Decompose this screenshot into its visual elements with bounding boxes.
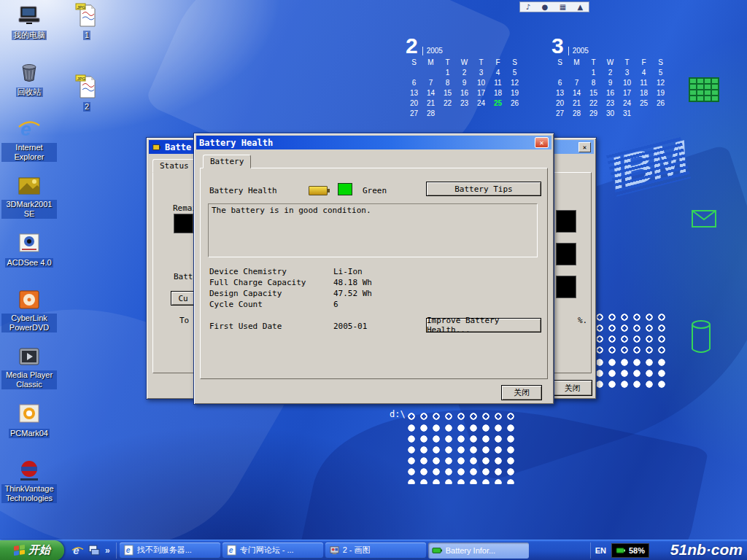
start-label: 开始 xyxy=(28,543,50,557)
tray-battery-meter[interactable]: 58% xyxy=(611,543,649,558)
calendar-day: 7 xyxy=(422,78,439,88)
calendar-weekday: S xyxy=(406,58,422,68)
svg-text:JPG: JPG xyxy=(77,77,86,81)
taskbar-task-forum[interactable]: e专门网论坛 - ... xyxy=(222,542,323,559)
calendar-day: 14 xyxy=(568,88,585,98)
calendar-day: 28 xyxy=(568,109,585,119)
spec-row: Device Chemistry Li-Ion xyxy=(209,266,363,277)
quick-launch-overflow-chevron[interactable]: » xyxy=(104,545,110,556)
desktop-icon-recycle-bin[interactable]: 回收站 xyxy=(1,60,57,108)
percent-text: %. xyxy=(578,316,587,325)
taskbar: 开始 e » e找不到服务器...e专门网论坛 - ...2 - 画图Batte… xyxy=(0,540,747,560)
calendar-day xyxy=(473,109,489,119)
battery-tips-button[interactable]: Battery Tips xyxy=(426,182,541,196)
calendar-weekday: T xyxy=(585,58,602,68)
taskbar-task-server-not-found[interactable]: e找不到服务器... xyxy=(120,542,220,559)
calendar-day: 8 xyxy=(439,78,456,88)
calendar-weekday: S xyxy=(652,58,669,68)
desktop-icon-my-computer[interactable]: 我的电脑 xyxy=(1,3,57,51)
battery-percent: 58% xyxy=(629,546,645,555)
calendar-day: 13 xyxy=(551,88,568,98)
internet-explorer-icon[interactable]: e xyxy=(71,544,84,556)
calendar-month: 2 xyxy=(406,36,418,55)
desktop-icon-3dmark2001-se[interactable]: 3DMark2001 SE xyxy=(1,174,57,222)
desktop-icon-jpg-2[interactable]: JPG2 xyxy=(71,74,103,122)
battery-icon xyxy=(616,546,627,555)
dots-pattern xyxy=(406,411,519,422)
mini-tray-panel[interactable]: ♪ ● ▦ ▲ xyxy=(519,1,589,12)
taskbar-task-paint[interactable]: 2 - 画图 xyxy=(325,542,426,559)
calendar-weekday: M xyxy=(422,58,439,68)
close-icon[interactable]: ✕ xyxy=(578,142,591,152)
tab-status[interactable]: Status xyxy=(152,159,196,173)
calendar-day: 22 xyxy=(439,98,456,109)
ie-page-icon: e xyxy=(226,545,237,556)
close-button[interactable]: 关闭 xyxy=(501,385,542,400)
calendar-day: 6 xyxy=(406,78,422,88)
calendar-year: 2005 xyxy=(568,47,589,55)
calendar-day: 12 xyxy=(652,78,669,88)
desktop-icon-acdsee[interactable]: ACDSee 4.0 xyxy=(1,230,57,279)
keyboard-icon[interactable]: ▲ xyxy=(578,4,584,11)
paint-icon xyxy=(329,545,340,556)
calendar-day: 16 xyxy=(602,88,619,98)
start-button[interactable]: 开始 xyxy=(0,540,64,560)
taskbar-task-battery-information[interactable]: Battery Infor... xyxy=(428,542,529,559)
calendar-month: 3 xyxy=(551,36,564,55)
calendar-grid: SMTWTFS123456789101112131415161718192021… xyxy=(406,58,526,119)
calendar-weekday: W xyxy=(456,58,473,68)
calendar-day: 1 xyxy=(439,68,456,78)
windows-logo-icon xyxy=(14,545,25,556)
desktop-icon-pcmark04[interactable]: PCMark04 xyxy=(1,401,57,449)
show-desktop-icon[interactable] xyxy=(88,544,100,556)
calendar-day: 15 xyxy=(585,88,602,98)
desktop-icon-internet-explorer[interactable]: eInternet Explorer xyxy=(1,117,57,165)
condition-textbox[interactable]: The battery is in good condition. xyxy=(208,203,538,257)
battery-gauge xyxy=(174,214,193,233)
spec-label: First Used Date xyxy=(209,321,333,332)
desktop-icon-media-player-classic[interactable]: Media Player Classic xyxy=(1,344,57,392)
language-indicator[interactable]: EN xyxy=(595,546,606,555)
speaker-icon[interactable]: ♪ xyxy=(526,4,530,11)
calendar-day: 11 xyxy=(489,78,506,88)
ie-page-icon: e xyxy=(123,545,134,556)
task-button-area: e找不到服务器...e专门网论坛 - ...2 - 画图Battery Info… xyxy=(117,542,590,559)
display-icon[interactable]: ▦ xyxy=(560,4,566,11)
calendar-day: 5 xyxy=(506,68,523,78)
calendar-weekday: W xyxy=(602,58,619,68)
calendar-day: 13 xyxy=(406,88,422,98)
calendar-head: 32005 xyxy=(551,36,672,55)
spec-value: Li-Ion xyxy=(333,266,363,277)
desktop-icon-thinkvantage-technologies[interactable]: ThinkVantage Technologies xyxy=(1,458,57,506)
close-button[interactable]: 关闭 xyxy=(552,380,592,396)
calendar-day: 20 xyxy=(406,98,422,109)
calendar-day: 15 xyxy=(439,88,456,98)
media-icon[interactable]: ● xyxy=(542,4,549,11)
calendar-day: 9 xyxy=(602,78,619,88)
recycle-bin-icon xyxy=(17,60,42,85)
desktop-icon-cyberlink-powerdvd[interactable]: CyberLink PowerDVD xyxy=(1,287,57,335)
calendar-day xyxy=(652,109,669,119)
battery-health-dialog: Battery Health ✕ Battery Battery Health … xyxy=(193,133,554,405)
calendar-day: 5 xyxy=(652,68,669,78)
desktop-icon-column: 我的电脑回收站eInternet Explorer3DMark2001 SEAC… xyxy=(1,3,57,506)
quick-launch-bar: e » xyxy=(64,542,117,559)
desktop-icon-jpg-1[interactable]: JPG1 xyxy=(71,3,103,51)
tab-battery[interactable]: Battery xyxy=(203,155,251,168)
desktop-icon-label: PCMark04 xyxy=(9,429,50,438)
battery-icon xyxy=(432,545,443,556)
calendar-day: 25 xyxy=(489,98,506,109)
svg-text:e: e xyxy=(73,545,79,556)
dialog-titlebar[interactable]: Battery Health ✕ xyxy=(196,136,551,149)
desktop-icon-column: JPG1JPG2 xyxy=(71,3,103,122)
calendar-weekday: T xyxy=(439,58,456,68)
spec-row: Full Charge Capacity 48.18 Wh xyxy=(209,277,372,288)
calendar-day: 3 xyxy=(619,68,635,78)
current-button[interactable]: Cu xyxy=(171,291,196,306)
system-tray: EN 58% xyxy=(590,542,654,559)
improve-battery-health-button[interactable]: Improve Battery Health... xyxy=(426,318,541,332)
calendar-day: 31 xyxy=(619,109,635,119)
calendar-march: 32005SMTWTFS1234567891011121314151617181… xyxy=(551,36,672,119)
close-icon[interactable]: ✕ xyxy=(535,137,549,148)
calendar-grid: SMTWTFS123456789101112131415161718192021… xyxy=(551,58,672,119)
